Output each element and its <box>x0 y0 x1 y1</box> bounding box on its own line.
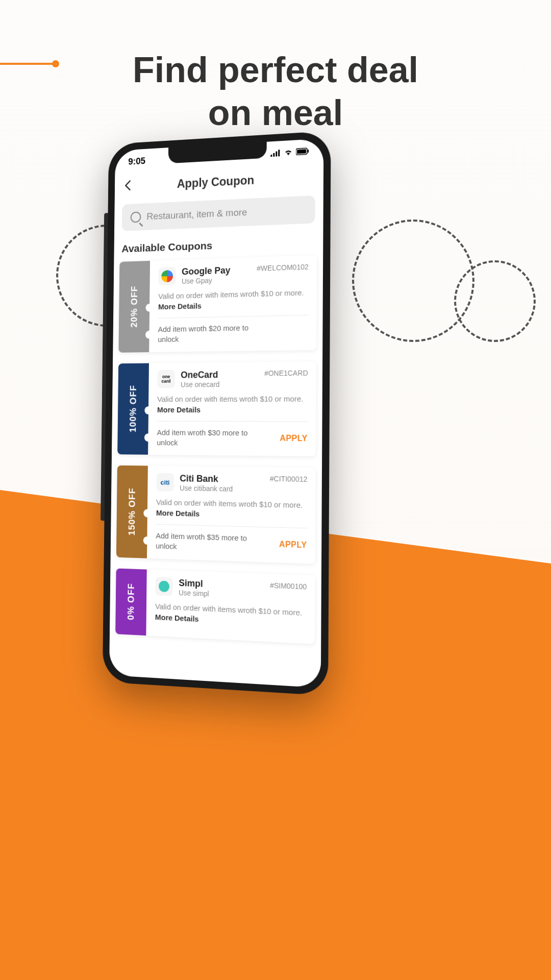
unlock-text: Add item wroth $30 more to unlock <box>157 427 256 449</box>
coupon-card[interactable]: 0% OFF Simpl Use simpl #SIM00100 Valid o… <box>115 568 315 644</box>
brand-name: Simpl <box>179 577 209 589</box>
battery-icon <box>296 146 309 158</box>
coupon-desc: Valid on order with items wroth $10 or m… <box>158 287 309 312</box>
headline-line1: Find perfect deal <box>133 50 418 90</box>
discount-label: 100% OFF <box>128 385 139 432</box>
svg-rect-2 <box>276 151 277 156</box>
perforation <box>143 536 151 545</box>
svg-rect-0 <box>270 155 272 157</box>
separator <box>156 524 307 529</box>
coupon-discount-strip: 150% OFF <box>116 465 148 558</box>
search-input[interactable]: Restaurant, item & more <box>122 195 315 231</box>
perforation <box>144 433 152 442</box>
onecard-icon: onecard <box>157 370 174 388</box>
perforation <box>144 406 152 414</box>
coupon-body: onecard OneCard Use onecard #ONE1CARD Va… <box>148 361 316 456</box>
wifi-icon <box>284 147 293 158</box>
search-icon <box>131 211 141 223</box>
coupon-desc: Valid on order with items wroth $10 or m… <box>157 393 308 415</box>
more-details-link[interactable]: More Details <box>155 612 199 623</box>
svg-rect-6 <box>308 149 309 152</box>
coupon-code: #ONE1CARD <box>264 369 308 377</box>
coupon-body: Google Pay Use Gpay #WELCOM0102 Valid on… <box>149 255 317 352</box>
google-pay-icon <box>158 267 176 285</box>
coupon-desc: Valid on order with items wroth $10 or m… <box>156 497 307 522</box>
citi-icon: citi <box>156 473 174 492</box>
brand-sub: Use onecard <box>181 380 220 388</box>
discount-label: 20% OFF <box>129 286 139 328</box>
phone-mockup: 9:05 Apply Coupon Restaurant, item <box>103 131 331 696</box>
brand-name: Citi Bank <box>180 473 233 485</box>
back-button[interactable] <box>124 178 131 194</box>
decorative-circle <box>454 260 536 342</box>
unlock-text: Add item wroth $20 more to unlock <box>158 323 256 345</box>
brand-name: Google Pay <box>182 265 230 278</box>
coupon-card[interactable]: 20% OFF Google Pay Use Gpay #WELCOM0102 <box>118 255 317 352</box>
unlock-text: Add item wroth $35 more to unlock <box>156 531 255 554</box>
signal-icon <box>270 148 281 159</box>
brand-sub: Use simpl <box>179 588 209 598</box>
brand-sub: Use citibank card <box>180 484 233 493</box>
apply-button[interactable]: APPLY <box>279 540 307 550</box>
phone-screen: 9:05 Apply Coupon Restaurant, item <box>109 138 323 688</box>
brand-sub: Use Gpay <box>182 276 230 285</box>
discount-label: 150% OFF <box>127 487 137 535</box>
page-title: Apply Coupon <box>135 171 299 193</box>
svg-rect-3 <box>278 150 280 156</box>
coupon-desc: Valid on order with items wroth $10 or m… <box>155 601 307 629</box>
coupon-discount-strip: 100% OFF <box>117 363 149 455</box>
status-icons <box>270 146 309 159</box>
coupon-discount-strip: 0% OFF <box>115 568 147 635</box>
coupon-card[interactable]: 100% OFF onecard OneCard Use onecard #ON… <box>117 361 316 456</box>
coupon-code: #CITI00012 <box>270 475 308 483</box>
decorative-circle <box>352 219 474 342</box>
separator <box>158 315 308 318</box>
simpl-icon <box>155 577 173 596</box>
svg-rect-5 <box>297 149 306 154</box>
apply-button[interactable]: APPLY <box>280 433 308 443</box>
search-placeholder: Restaurant, item & more <box>146 207 247 222</box>
more-details-link[interactable]: More Details <box>156 508 200 518</box>
coupon-code: #SIM00100 <box>270 581 307 591</box>
coupon-card[interactable]: 150% OFF citi Citi Bank Use citibank car… <box>116 465 316 564</box>
coupon-list: 20% OFF Google Pay Use Gpay #WELCOM0102 <box>110 255 323 644</box>
headline: Find perfect deal on meal <box>0 48 551 134</box>
more-details-link[interactable]: More Details <box>157 405 201 414</box>
svg-rect-1 <box>273 153 274 156</box>
perforation <box>143 509 151 517</box>
separator <box>157 421 308 422</box>
headline-line2: on meal <box>208 93 343 133</box>
brand-name: OneCard <box>181 370 220 380</box>
coupon-code: #WELCOM0102 <box>257 263 309 273</box>
coupon-body: Simpl Use simpl #SIM00100 Valid on order… <box>146 569 315 644</box>
more-details-link[interactable]: More Details <box>158 302 202 311</box>
discount-label: 0% OFF <box>126 583 137 620</box>
coupon-body: citi Citi Bank Use citibank card #CITI00… <box>147 466 316 564</box>
status-time: 9:05 <box>128 156 145 167</box>
